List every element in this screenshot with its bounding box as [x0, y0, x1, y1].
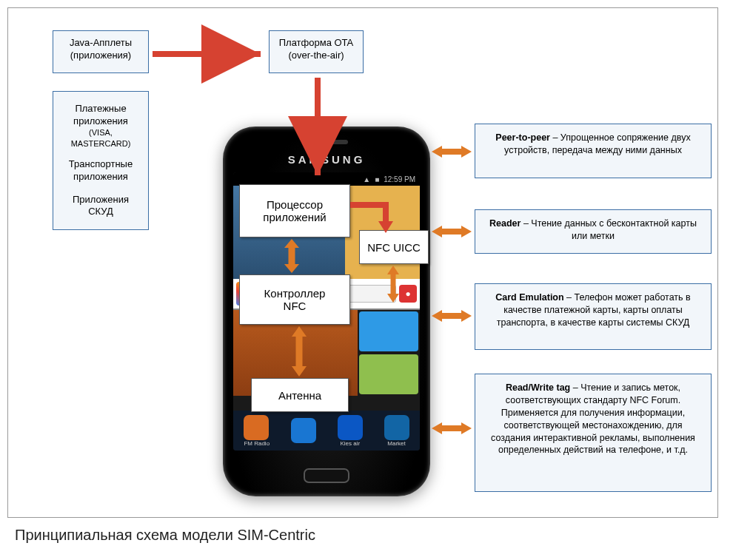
p2p-title: Peer-to-peer — [495, 132, 550, 143]
apps-pay: Платежные приложения (VISA, MASTERCARD) — [59, 103, 142, 149]
widget-small-2 — [359, 354, 418, 394]
box-card-emulation: Card Emulation – Телефон может работать … — [475, 283, 712, 350]
battery-icon: ■ — [375, 175, 379, 183]
label-nfc-uicc: NFC UICC — [359, 230, 429, 264]
diagram-frame: Java-Апплеты (приложения) Платежные прил… — [7, 7, 718, 518]
label-antenna: Антенна — [251, 378, 349, 412]
ota-l1: Платформа OTA — [275, 37, 357, 50]
widget-small-1 — [359, 311, 418, 351]
java-l1: Java-Апплеты — [59, 37, 142, 50]
box-ota: Платформа OTA (over-the-air) — [269, 30, 364, 73]
box-rw-tag: Read/Write tag – Чтение и запись меток, … — [475, 374, 712, 492]
arrow-right-2 — [432, 224, 472, 239]
dock-item-2[interactable] — [291, 418, 316, 443]
phone-brand: SAMSUNG — [223, 153, 430, 166]
phone-speaker — [305, 140, 348, 144]
label-controller: Контроллер NFC — [239, 274, 350, 325]
arrow-right-1 — [432, 144, 472, 159]
dock-item-3[interactable]: Kies air — [338, 415, 363, 447]
arrow-right-3 — [432, 308, 472, 323]
reader-title: Reader — [489, 218, 521, 229]
java-l2: (приложения) — [59, 50, 142, 62]
mic-icon[interactable]: ● — [399, 285, 417, 303]
box-apps-list: Платежные приложения (VISA, MASTERCARD) … — [53, 91, 149, 230]
apps-skud: Приложения СКУД — [59, 194, 142, 219]
reader-text: – Чтение данных с бесконтактной карты ил… — [521, 218, 697, 241]
home-button[interactable] — [304, 468, 349, 483]
status-time: 12:59 PM — [384, 175, 415, 183]
apps-transport: Транспортные приложения — [59, 158, 142, 183]
diagram-caption: Принципиальная схема модели SIM-Centric — [15, 527, 315, 544]
arrow-java-to-ota — [153, 47, 265, 61]
wifi-icon: ▲ — [363, 175, 370, 183]
box-p2p: Peer-to-peer – Упрощенное сопряжение дву… — [475, 124, 712, 178]
dock: FM Radio Kies air Market — [233, 411, 420, 451]
box-java-applets: Java-Апплеты (приложения) — [53, 30, 149, 73]
dock-item-1[interactable]: FM Radio — [244, 415, 270, 447]
rw-text: – Чтение и запись меток, соответствующих… — [491, 382, 695, 455]
ota-l2: (over-the-air) — [275, 50, 357, 62]
label-processor: Процессор приложений — [239, 184, 350, 237]
arrow-right-4 — [432, 421, 472, 436]
rw-title: Read/Write tag — [506, 382, 570, 393]
card-title: Card Emulation — [495, 292, 563, 303]
box-reader: Reader – Чтение данных с бесконтактной к… — [475, 209, 712, 254]
dock-item-4[interactable]: Market — [384, 415, 409, 447]
